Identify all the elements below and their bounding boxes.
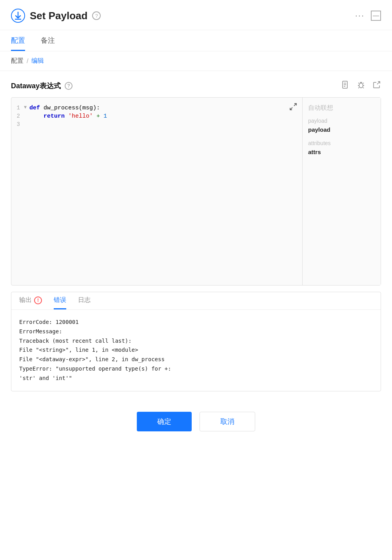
breadcrumb: 配置 / 编辑 [0, 51, 392, 71]
section-header: Dataway表达式 ? [11, 80, 381, 91]
code-line-3: 3 [11, 120, 302, 129]
footer: 确定 取消 [0, 401, 392, 444]
autocomplete-panel: 自动联想 payload payload attributes attrs [302, 98, 381, 285]
svg-line-9 [358, 83, 359, 84]
breadcrumb-current[interactable]: 编辑 [31, 57, 44, 65]
autocomplete-label-attributes: attributes [308, 140, 375, 146]
header-help-icon[interactable]: ? [92, 11, 101, 20]
error-line-1: ErrorCode: 1200001 [19, 318, 373, 327]
code-line-1: 1 ▼ def dw_process(msg): [11, 104, 302, 112]
cancel-button[interactable]: 取消 [200, 412, 255, 431]
tab-log[interactable]: 日志 [78, 296, 91, 309]
output-tabs: 输出 ! 错误 日志 [11, 292, 381, 310]
autocomplete-group-payload: payload payload [308, 118, 375, 134]
svg-point-7 [359, 83, 363, 88]
export-icon[interactable] [372, 80, 381, 91]
more-options-button[interactable]: ··· [355, 11, 365, 21]
tab-error[interactable]: 错误 [54, 296, 66, 309]
header-right: ··· — [355, 11, 381, 21]
confirm-button[interactable]: 确定 [137, 412, 192, 431]
page-title: Set Payload [30, 10, 87, 22]
svg-line-14 [363, 87, 364, 88]
autocomplete-group-attributes: attributes attrs [308, 140, 375, 156]
set-payload-icon [11, 9, 25, 23]
autocomplete-item-attrs[interactable]: attrs [308, 148, 375, 156]
autocomplete-item-payload[interactable]: payload [308, 125, 375, 134]
error-content: ErrorCode: 1200001 ErrorMessage: Traceba… [11, 310, 381, 391]
error-line-3: Traceback (most recent call last): [19, 336, 373, 346]
output-panel: 输出 ! 错误 日志 ErrorCode: 1200001 ErrorMessa… [11, 292, 381, 391]
autocomplete-title: 自动联想 [308, 104, 375, 112]
code-editor[interactable]: 1 ▼ def dw_process(msg): 2 return 'hello… [11, 98, 302, 285]
error-line-6: TypeError: "unsupported operand type(s) … [19, 364, 373, 374]
main-content: Dataway表达式 ? [0, 71, 392, 401]
section-actions [341, 80, 381, 91]
tab-notes[interactable]: 备注 [41, 30, 55, 51]
breadcrumb-separator: / [27, 58, 28, 65]
tab-config[interactable]: 配置 [11, 30, 25, 51]
error-line-7: 'str' and 'int'" [19, 374, 373, 383]
svg-line-10 [363, 83, 364, 84]
svg-line-13 [358, 87, 359, 88]
error-badge: ! [34, 296, 42, 304]
document-icon[interactable] [341, 80, 350, 91]
main-tabs: 配置 备注 [0, 30, 392, 51]
header-left: Set Payload ? [11, 9, 101, 23]
debug-icon[interactable] [357, 80, 365, 91]
editor-container: 1 ▼ def dw_process(msg): 2 return 'hello… [11, 97, 381, 285]
header: Set Payload ? ··· — [0, 0, 392, 30]
code-line-2: 2 return 'hello' + 1 [11, 112, 302, 120]
breadcrumb-root: 配置 [11, 57, 24, 65]
error-line-4: File "<string>", line 1, in <module> [19, 345, 373, 355]
expand-icon[interactable] [289, 102, 298, 113]
error-line-2: ErrorMessage: [19, 327, 373, 336]
autocomplete-label-payload: payload [308, 118, 375, 124]
section-title: Dataway表达式 ? [11, 81, 73, 91]
svg-line-16 [377, 82, 380, 84]
tab-output[interactable]: 输出 ! [19, 296, 42, 309]
section-help-icon[interactable]: ? [65, 82, 73, 90]
minimize-button[interactable]: — [371, 11, 381, 21]
error-line-5: File "<dataway-expr>", line 2, in dw_pro… [19, 355, 373, 364]
